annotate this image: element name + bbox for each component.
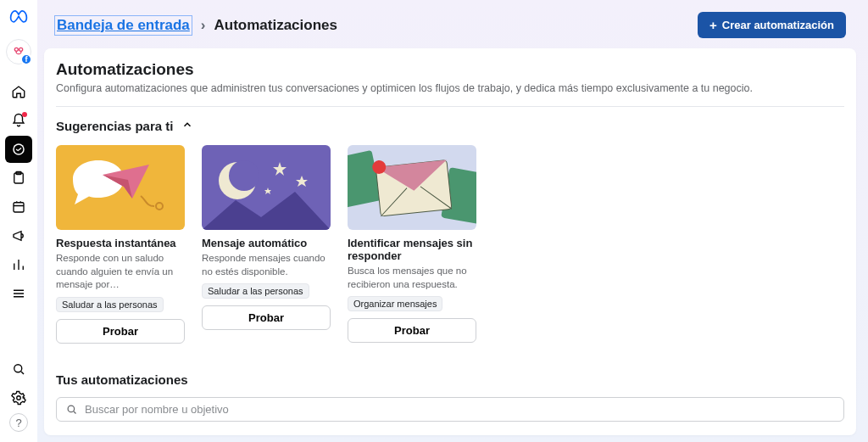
card-tag: Saludar a las personas	[202, 283, 309, 299]
automations-search-input[interactable]	[85, 403, 835, 416]
card-description: Responde con un saludo cuando alguien te…	[56, 252, 185, 292]
sidebar-item-search[interactable]	[5, 355, 32, 383]
svg-point-8	[17, 396, 21, 400]
your-automations-section: Tus automatizaciones Estado Nombre Objet…	[56, 372, 844, 435]
sidebar-item-help[interactable]: ?	[9, 413, 28, 432]
header-row: Bandeja de entrada › Automatizaciones + …	[44, 7, 856, 48]
app-root: f	[0, 0, 868, 442]
plus-icon: +	[709, 19, 717, 31]
card-try-button[interactable]: Probar	[348, 318, 476, 343]
svg-point-3	[14, 145, 24, 154]
card-description: Busca los mensajes que no recibieron una…	[348, 265, 476, 291]
sidebar-item-notifications[interactable]	[5, 107, 32, 134]
breadcrumb: Bandeja de entrada › Automatizaciones	[54, 15, 337, 36]
facebook-badge-icon: f	[20, 53, 32, 65]
breadcrumb-current: Automatizaciones	[214, 17, 337, 34]
sidebar-item-calendar[interactable]	[5, 193, 32, 221]
search-icon	[65, 403, 78, 416]
sidebar-item-insights[interactable]	[5, 251, 32, 278]
sidebar-item-home[interactable]	[5, 78, 32, 105]
automations-search[interactable]	[56, 397, 844, 422]
sidebar-item-all-tools[interactable]	[5, 280, 32, 307]
card-try-button[interactable]: Probar	[56, 319, 185, 344]
suggestion-cards: Respuesta instantánea Responde con un sa…	[56, 145, 844, 344]
svg-point-7	[14, 365, 22, 372]
create-automation-button[interactable]: + Crear automatización	[698, 12, 846, 38]
sidebar-item-inbox[interactable]	[5, 136, 32, 163]
svg-rect-6	[14, 203, 24, 212]
meta-logo[interactable]	[7, 5, 31, 29]
suggestion-card-instant-reply: Respuesta instantánea Responde con un sa…	[56, 145, 185, 344]
card-title: Mensaje automático	[202, 237, 331, 249]
breadcrumb-inbox-link[interactable]: Bandeja de entrada	[54, 15, 192, 36]
card-title: Identificar mensajes sin responder	[348, 237, 476, 262]
sidebar-item-ads[interactable]	[5, 222, 32, 249]
suggestion-card-away-message: Mensaje automático Responde mensajes cua…	[202, 145, 331, 344]
page-title: Automatizaciones	[56, 60, 844, 79]
create-automation-label: Crear automatización	[722, 19, 834, 31]
card-tag: Organizar mensajes	[348, 296, 442, 311]
card-try-button[interactable]: Probar	[202, 305, 331, 330]
divider	[56, 106, 844, 107]
suggestions-heading: Sugerencias para ti	[56, 119, 173, 133]
suggestions-heading-row: Sugerencias para ti	[56, 119, 844, 133]
main-area: Bandeja de entrada › Automatizaciones + …	[37, 0, 868, 442]
card-title: Respuesta instantánea	[56, 237, 185, 249]
business-avatar[interactable]: f	[6, 39, 31, 64]
suggestion-card-unanswered: Identificar mensajes sin responder Busca…	[348, 145, 476, 344]
svg-point-13	[229, 160, 259, 191]
svg-point-0	[14, 48, 18, 51]
svg-point-22	[68, 406, 75, 412]
collapse-toggle[interactable]	[181, 119, 193, 133]
page-description: Configura automatizaciones que administr…	[56, 82, 844, 94]
notification-dot-icon	[22, 112, 27, 117]
content-panel: Automatizaciones Configura automatizacio…	[44, 48, 856, 435]
sidebar-item-posts[interactable]	[5, 165, 32, 192]
svg-point-1	[19, 48, 23, 51]
chevron-right-icon: ›	[201, 17, 206, 34]
card-description: Responde mensajes cuando no estés dispon…	[202, 252, 331, 278]
global-sidebar: f	[0, 0, 37, 442]
sidebar-item-settings[interactable]	[5, 384, 32, 411]
card-tag: Saludar a las personas	[56, 297, 164, 312]
your-automations-heading: Tus automatizaciones	[56, 372, 844, 387]
card-illustration-unanswered	[348, 145, 476, 230]
card-illustration-away-message	[202, 145, 331, 230]
card-illustration-instant-reply	[56, 145, 185, 230]
